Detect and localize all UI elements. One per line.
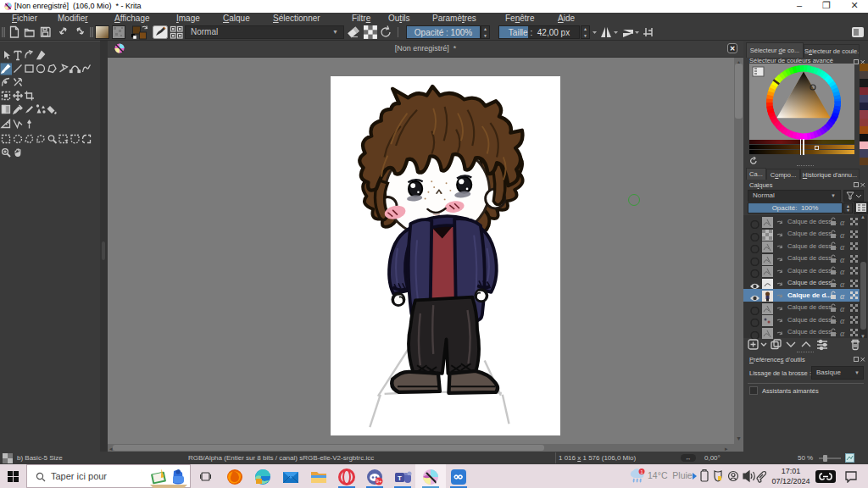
svg-text:α: α: [840, 279, 845, 288]
svg-text:α: α: [840, 230, 845, 239]
svg-text:α: α: [840, 254, 845, 263]
svg-text:1: 1: [640, 469, 643, 474]
svg-text:α: α: [840, 316, 845, 325]
svg-text:α: α: [840, 303, 845, 313]
svg-text:α: α: [840, 242, 845, 252]
svg-text:9+: 9+: [376, 479, 382, 484]
svg-text:T: T: [398, 474, 402, 482]
svg-text:α: α: [840, 328, 845, 337]
svg-text:α: α: [840, 218, 845, 227]
svg-text:α: α: [840, 267, 845, 276]
svg-text:α: α: [840, 291, 845, 301]
